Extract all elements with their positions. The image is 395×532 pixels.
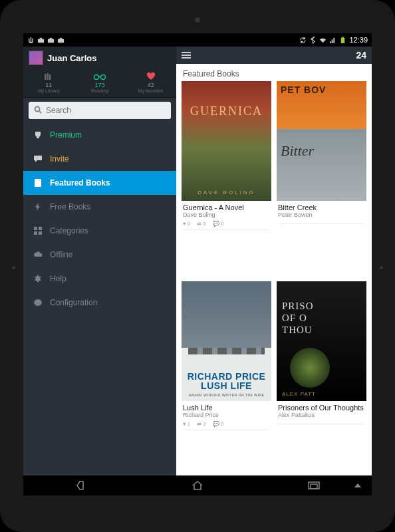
book-stats [278, 221, 365, 224]
stat-count: 173 [74, 82, 126, 88]
svg-rect-8 [45, 74, 47, 80]
screen: 12:39 Juan Carlos 11 My Library 173 Read… [23, 33, 372, 495]
app-body: Juan Carlos 11 My Library 173 Reading 42… [23, 47, 372, 475]
book-author: Alex Pattakos [278, 412, 365, 418]
sensor-dot [12, 266, 15, 269]
book-icon [33, 178, 43, 188]
svg-rect-10 [49, 74, 51, 80]
nav-home[interactable] [189, 479, 206, 491]
stat-label: My favorites [125, 88, 176, 93]
stat-favorites[interactable]: 42 My favorites [125, 72, 176, 93]
likes: ♥ 1 [183, 421, 190, 427]
nav-recent[interactable] [305, 479, 323, 491]
comments: 💬 0 [213, 421, 223, 427]
search-icon [34, 104, 42, 116]
book-stats: ♥ 0 ⇄ 5 💬 0 [183, 221, 270, 230]
menu-label: Premium [50, 130, 82, 140]
stat-count: 42 [125, 82, 176, 88]
shares: ⇄ 5 [197, 221, 205, 227]
menu-label: Invite [50, 154, 69, 164]
sidebar: Juan Carlos 11 My Library 173 Reading 42… [23, 47, 176, 475]
book-cover[interactable] [182, 81, 271, 201]
user-row[interactable]: Juan Carlos [23, 47, 176, 69]
menu-label: Help [50, 274, 66, 283]
nav-back[interactable] [72, 479, 90, 491]
stat-label: Reading [74, 88, 126, 93]
username: Juan Carlos [47, 53, 96, 63]
svg-rect-14 [35, 179, 41, 187]
gear-icon [33, 297, 43, 308]
book-card[interactable]: Guernica - A Novel Dave Boling ♥ 0 ⇄ 5 💬… [182, 81, 271, 276]
book-card[interactable]: Bitter Creek Peter Bowen [277, 81, 366, 276]
svg-rect-1 [40, 37, 43, 39]
menu-premium[interactable]: Premium [23, 123, 176, 147]
shares: ⇄ 2 [197, 421, 205, 427]
wifi-icon [319, 37, 327, 44]
search-box[interactable] [29, 102, 171, 119]
trophy-icon [33, 130, 43, 140]
psi-icon [27, 37, 35, 44]
book-cover[interactable]: ALEX PATT [277, 281, 366, 401]
svg-rect-7 [342, 37, 344, 37]
svg-rect-0 [38, 39, 44, 43]
menu-label: Configuration [50, 298, 97, 307]
nav-bar [23, 475, 372, 495]
book-author: Richard Price [183, 412, 270, 418]
book-card[interactable]: ALEX PATT Prisoners of Our Thoughts Alex… [277, 281, 366, 476]
app-logo: 24 [356, 50, 366, 61]
book-card[interactable]: AWARD WINNING WRITER ON THE WIRE Lush Li… [182, 281, 271, 476]
books-icon [23, 72, 74, 81]
help-icon [33, 273, 43, 284]
menu-offline[interactable]: Offline [23, 243, 176, 267]
search-wrap [23, 98, 176, 123]
book-title: Lush Life [183, 404, 270, 412]
stat-library[interactable]: 11 My Library [23, 72, 74, 93]
book-title: Guernica - A Novel [183, 203, 270, 211]
nav-up[interactable] [349, 479, 366, 491]
search-input[interactable] [46, 106, 166, 115]
stat-count: 11 [23, 82, 74, 88]
content-header: 24 [176, 47, 372, 64]
menu-invite[interactable]: Invite [23, 147, 176, 171]
menu-label: Offline [50, 250, 72, 259]
menu-help[interactable]: Help [23, 267, 176, 291]
menu-free[interactable]: Free Books [23, 195, 176, 219]
bolt-icon [33, 201, 43, 212]
bluetooth-icon [309, 37, 317, 44]
svg-rect-3 [50, 37, 53, 39]
book-title: Prisoners of Our Thoughts [278, 404, 365, 412]
svg-point-13 [35, 107, 40, 112]
stat-label: My Library [23, 88, 74, 93]
hamburger-icon[interactable] [182, 52, 191, 59]
book-grid[interactable]: Guernica - A Novel Dave Boling ♥ 0 ⇄ 5 💬… [176, 81, 372, 475]
status-bar: 12:39 [23, 33, 372, 47]
book-stats: ♥ 1 ⇄ 2 💬 0 [183, 421, 270, 430]
svg-rect-21 [311, 484, 317, 489]
svg-rect-18 [39, 231, 42, 235]
briefcase-icon [37, 37, 45, 44]
svg-rect-2 [48, 39, 54, 43]
book-stats [278, 421, 365, 424]
menu-label: Featured Books [50, 178, 110, 188]
stat-reading[interactable]: 173 Reading [74, 72, 126, 93]
menu-featured[interactable]: Featured Books [23, 171, 176, 195]
svg-rect-16 [39, 227, 42, 230]
section-title: Featured Books [176, 64, 372, 81]
menu-label: Free Books [50, 202, 90, 211]
chat-icon [33, 154, 43, 164]
menu-categories[interactable]: Categories [23, 219, 176, 243]
svg-rect-6 [341, 37, 345, 43]
book-cover[interactable] [277, 81, 366, 201]
sensor-dot [380, 266, 383, 269]
sync-icon [299, 37, 307, 44]
svg-rect-4 [58, 39, 64, 43]
heart-icon [125, 72, 176, 81]
book-cover[interactable]: AWARD WINNING WRITER ON THE WIRE [182, 281, 271, 401]
likes: ♥ 0 [183, 221, 190, 227]
briefcase-icon [57, 37, 65, 44]
comments: 💬 0 [213, 221, 223, 227]
svg-rect-17 [34, 231, 37, 235]
menu-configuration[interactable]: Configuration [23, 291, 176, 315]
svg-rect-9 [47, 73, 49, 80]
status-left [27, 37, 65, 44]
